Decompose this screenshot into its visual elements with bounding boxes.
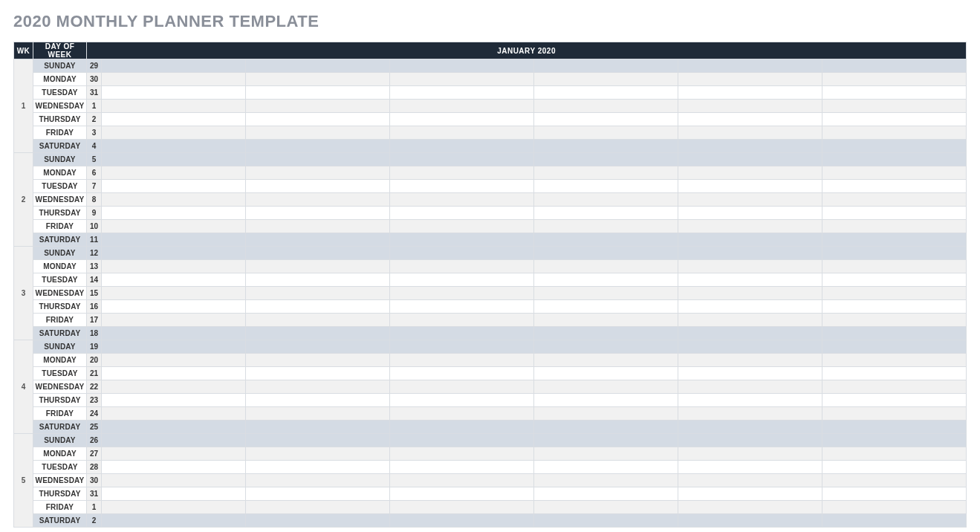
planner-slot[interactable] [390,86,534,100]
planner-slot[interactable] [390,461,534,474]
planner-slot[interactable] [822,487,967,501]
planner-slot[interactable] [246,474,390,487]
planner-slot[interactable] [102,340,246,354]
planner-slot[interactable] [102,394,246,407]
planner-slot[interactable] [822,73,967,86]
planner-slot[interactable] [534,193,678,207]
planner-slot[interactable] [822,514,967,528]
planner-slot[interactable] [534,86,678,100]
planner-slot[interactable] [246,59,390,73]
planner-slot[interactable] [102,461,246,474]
planner-slot[interactable] [390,340,534,354]
planner-slot[interactable] [102,447,246,461]
planner-slot[interactable] [678,73,822,86]
planner-slot[interactable] [678,407,822,421]
planner-slot[interactable] [102,367,246,380]
planner-slot[interactable] [534,260,678,273]
planner-slot[interactable] [822,501,967,514]
planner-slot[interactable] [534,434,678,447]
planner-slot[interactable] [390,514,534,528]
planner-slot[interactable] [102,501,246,514]
planner-slot[interactable] [678,233,822,247]
planner-slot[interactable] [534,220,678,233]
planner-slot[interactable] [246,354,390,367]
planner-slot[interactable] [102,153,246,166]
planner-slot[interactable] [390,447,534,461]
planner-slot[interactable] [246,166,390,180]
planner-slot[interactable] [246,140,390,153]
planner-slot[interactable] [678,193,822,207]
planner-slot[interactable] [822,474,967,487]
planner-slot[interactable] [534,233,678,247]
planner-slot[interactable] [246,367,390,380]
planner-slot[interactable] [246,314,390,327]
planner-slot[interactable] [678,367,822,380]
planner-slot[interactable] [678,260,822,273]
planner-slot[interactable] [102,407,246,421]
planner-slot[interactable] [102,434,246,447]
planner-slot[interactable] [246,113,390,126]
planner-slot[interactable] [678,421,822,434]
planner-slot[interactable] [390,367,534,380]
planner-slot[interactable] [390,380,534,394]
planner-slot[interactable] [246,153,390,166]
planner-slot[interactable] [246,461,390,474]
planner-slot[interactable] [678,394,822,407]
planner-slot[interactable] [390,207,534,220]
planner-slot[interactable] [822,394,967,407]
planner-slot[interactable] [390,260,534,273]
planner-slot[interactable] [390,327,534,340]
planner-slot[interactable] [534,126,678,140]
planner-slot[interactable] [390,354,534,367]
planner-slot[interactable] [822,407,967,421]
planner-slot[interactable] [534,59,678,73]
planner-slot[interactable] [678,287,822,300]
planner-slot[interactable] [822,166,967,180]
planner-slot[interactable] [822,113,967,126]
planner-slot[interactable] [678,514,822,528]
planner-slot[interactable] [102,233,246,247]
planner-slot[interactable] [822,100,967,113]
planner-slot[interactable] [534,354,678,367]
planner-slot[interactable] [822,327,967,340]
planner-slot[interactable] [534,327,678,340]
planner-slot[interactable] [390,287,534,300]
planner-slot[interactable] [534,113,678,126]
planner-slot[interactable] [678,113,822,126]
planner-slot[interactable] [246,434,390,447]
planner-slot[interactable] [390,193,534,207]
planner-slot[interactable] [390,113,534,126]
planner-slot[interactable] [102,166,246,180]
planner-slot[interactable] [246,501,390,514]
planner-slot[interactable] [678,327,822,340]
planner-slot[interactable] [822,461,967,474]
planner-slot[interactable] [102,220,246,233]
planner-slot[interactable] [822,140,967,153]
planner-slot[interactable] [102,380,246,394]
planner-slot[interactable] [246,407,390,421]
planner-slot[interactable] [390,166,534,180]
planner-slot[interactable] [534,367,678,380]
planner-slot[interactable] [822,300,967,314]
planner-slot[interactable] [246,447,390,461]
planner-slot[interactable] [822,193,967,207]
planner-slot[interactable] [534,340,678,354]
planner-slot[interactable] [246,394,390,407]
planner-slot[interactable] [390,73,534,86]
planner-slot[interactable] [678,247,822,260]
planner-slot[interactable] [678,461,822,474]
planner-slot[interactable] [246,207,390,220]
planner-slot[interactable] [102,86,246,100]
planner-slot[interactable] [246,100,390,113]
planner-slot[interactable] [102,514,246,528]
planner-slot[interactable] [102,113,246,126]
planner-slot[interactable] [102,126,246,140]
planner-slot[interactable] [822,126,967,140]
planner-slot[interactable] [390,487,534,501]
planner-slot[interactable] [822,86,967,100]
planner-slot[interactable] [678,273,822,287]
planner-slot[interactable] [822,340,967,354]
planner-slot[interactable] [822,380,967,394]
planner-slot[interactable] [390,153,534,166]
planner-slot[interactable] [102,314,246,327]
